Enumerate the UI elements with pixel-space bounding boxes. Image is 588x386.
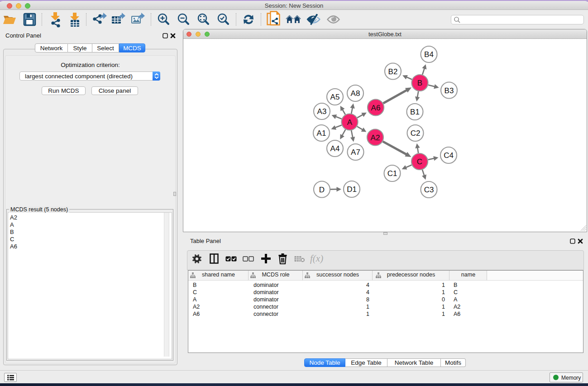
svg-text:C3: C3	[424, 186, 434, 194]
svg-text:A5: A5	[330, 93, 340, 101]
svg-text:A4: A4	[330, 144, 340, 153]
svg-text:D: D	[319, 186, 325, 194]
svg-text:A3: A3	[317, 107, 327, 116]
svg-text:C2: C2	[411, 129, 421, 138]
svg-text:B3: B3	[445, 86, 454, 95]
svg-text:A7: A7	[351, 148, 360, 157]
svg-text:B4: B4	[424, 50, 434, 59]
svg-text:B: B	[417, 79, 422, 87]
svg-text:C: C	[417, 157, 422, 166]
svg-text:A8: A8	[351, 89, 360, 98]
svg-text:C4: C4	[444, 151, 454, 160]
svg-text:A2: A2	[371, 133, 380, 142]
svg-text:A1: A1	[317, 129, 326, 138]
svg-text:C1: C1	[387, 169, 397, 178]
svg-text:A6: A6	[371, 104, 381, 112]
svg-text:B1: B1	[410, 108, 420, 116]
svg-text:D1: D1	[347, 185, 357, 194]
svg-text:B2: B2	[388, 67, 398, 76]
svg-text:A: A	[347, 118, 353, 127]
